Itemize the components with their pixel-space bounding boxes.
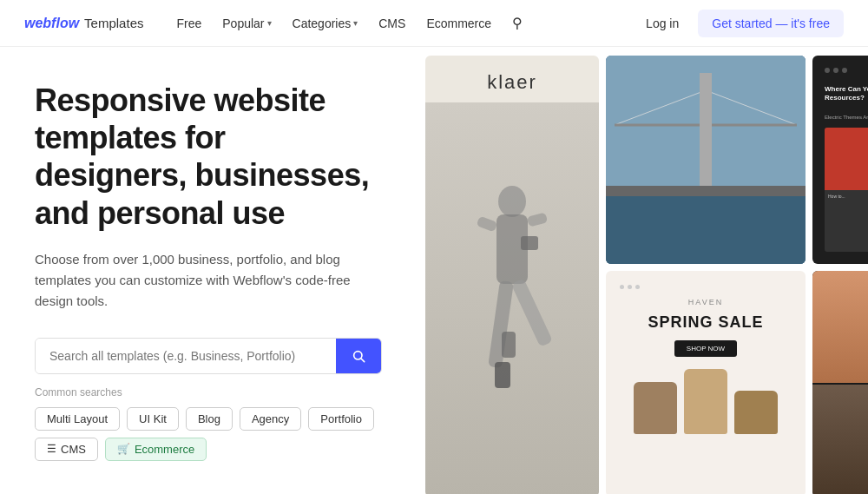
search-bar bbox=[35, 338, 382, 374]
svg-rect-9 bbox=[495, 362, 510, 388]
tag-portfolio[interactable]: Portfolio bbox=[308, 407, 374, 431]
nav-right: Log in Get started — it's free bbox=[637, 10, 844, 37]
nav-link-cms[interactable]: CMS bbox=[370, 11, 414, 36]
cms-icon: ☰ bbox=[47, 443, 56, 455]
klaer-figure bbox=[425, 102, 599, 494]
right-panel: klaer bbox=[417, 47, 868, 494]
klaer-brand-text: klaer bbox=[487, 71, 537, 94]
svg-point-2 bbox=[498, 186, 526, 217]
templates-grid: klaer bbox=[425, 56, 859, 494]
nav-link-popular-label: Popular bbox=[222, 16, 264, 30]
dot-1 bbox=[825, 68, 830, 73]
bridge-icon bbox=[606, 56, 806, 264]
haven-chairs bbox=[634, 369, 778, 434]
bridge-visual bbox=[606, 56, 806, 264]
template-card-haven[interactable]: HAVEN SPRING SALE SHOP NOW bbox=[606, 271, 806, 494]
haven-brand: HAVEN bbox=[688, 298, 723, 306]
left-panel: Responsive website templates for designe… bbox=[0, 47, 417, 494]
template-card-bridge[interactable] bbox=[606, 56, 806, 264]
nav-link-popular[interactable]: Popular ▾ bbox=[214, 11, 279, 36]
svg-rect-10 bbox=[502, 332, 516, 358]
webflow-blog-inner: Where Can You Find Free Webflow Resource… bbox=[812, 56, 868, 264]
tag-cms-label: CMS bbox=[61, 443, 86, 456]
chevron-down-icon: ▾ bbox=[353, 18, 358, 28]
dot-2 bbox=[833, 68, 838, 73]
login-button[interactable]: Log in bbox=[637, 11, 687, 36]
fashion-figure-icon bbox=[469, 167, 556, 494]
tag-multi-layout[interactable]: Multi Layout bbox=[35, 407, 120, 431]
navbar: webflow Templates Free Popular ▾ Categor… bbox=[0, 0, 868, 47]
mag-cell-1 bbox=[812, 271, 868, 383]
common-searches-label: Common searches bbox=[35, 386, 382, 398]
nav-link-categories[interactable]: Categories ▾ bbox=[284, 11, 367, 36]
chair-2 bbox=[684, 369, 727, 434]
chair-1 bbox=[634, 382, 677, 434]
nav-links: Free Popular ▾ Categories ▾ CMS Ecommerc… bbox=[168, 10, 637, 36]
search-input[interactable] bbox=[36, 339, 336, 373]
dot-3 bbox=[842, 68, 847, 73]
search-button[interactable] bbox=[336, 339, 381, 373]
chair-3 bbox=[734, 391, 778, 434]
brand[interactable]: webflow Templates bbox=[24, 16, 143, 31]
svg-rect-8 bbox=[521, 236, 538, 250]
haven-inner: HAVEN SPRING SALE SHOP NOW bbox=[606, 271, 806, 494]
magazine-inner: 37 Ways To Improve Design New Post In Yo… bbox=[812, 271, 868, 494]
tag-ecommerce-label: Ecommerce bbox=[135, 443, 194, 456]
logo-webflow: webflow bbox=[24, 16, 79, 31]
blog-col-1: How to... bbox=[825, 128, 868, 252]
search-icon[interactable]: ⚲ bbox=[503, 10, 531, 36]
webflow-blog-topbar bbox=[825, 68, 868, 73]
tag-ui-kit[interactable]: UI Kit bbox=[127, 407, 179, 431]
search-icon bbox=[352, 349, 365, 363]
nav-link-ecommerce[interactable]: Ecommerce bbox=[418, 11, 500, 36]
svg-line-1 bbox=[361, 359, 365, 362]
tag-agency[interactable]: Agency bbox=[240, 407, 301, 431]
main-content: Responsive website templates for designe… bbox=[0, 47, 868, 494]
mag-cell-3 bbox=[812, 385, 868, 494]
template-card-klaer[interactable]: klaer bbox=[425, 56, 599, 494]
svg-rect-7 bbox=[527, 212, 548, 227]
haven-dot-2 bbox=[628, 285, 632, 289]
hero-title: Responsive website templates for designe… bbox=[35, 82, 382, 232]
blog-col-1-img bbox=[825, 128, 868, 189]
template-card-magazine[interactable]: 37 Ways To Improve Design New Post In Yo… bbox=[812, 271, 868, 494]
svg-rect-5 bbox=[511, 279, 553, 347]
nav-link-free[interactable]: Free bbox=[168, 11, 210, 36]
cart-icon: 🛒 bbox=[117, 443, 130, 455]
get-started-button[interactable]: Get started — it's free bbox=[698, 10, 844, 37]
logo-templates: Templates bbox=[84, 16, 143, 30]
chevron-down-icon: ▾ bbox=[267, 18, 272, 28]
webflow-blog-title: Where Can You Find Free Webflow Resource… bbox=[825, 85, 868, 103]
nav-link-categories-label: Categories bbox=[293, 16, 352, 30]
svg-rect-13 bbox=[606, 194, 806, 264]
webflow-blog-subtitle: Electric Themes And The Chuck Norris Eff… bbox=[825, 114, 868, 121]
tag-blog[interactable]: Blog bbox=[186, 407, 233, 431]
hero-description: Choose from over 1,000 business, portfol… bbox=[35, 249, 382, 312]
template-card-webflow-blog[interactable]: Where Can You Find Free Webflow Resource… bbox=[812, 56, 868, 264]
portrait-2 bbox=[812, 385, 868, 494]
tag-cms[interactable]: ☰ CMS bbox=[35, 438, 98, 461]
haven-dot-3 bbox=[635, 285, 640, 289]
haven-dot-1 bbox=[620, 285, 624, 289]
svg-rect-17 bbox=[700, 73, 712, 186]
haven-headline: SPRING SALE bbox=[648, 313, 763, 332]
haven-cta: SHOP NOW bbox=[674, 340, 737, 357]
blog-col-1-text: How to... bbox=[825, 190, 868, 203]
tags-row: Multi Layout UI Kit Blog Agency Portfoli… bbox=[35, 407, 382, 461]
portrait-1 bbox=[812, 271, 868, 383]
haven-topbar bbox=[620, 285, 640, 289]
svg-rect-6 bbox=[477, 216, 498, 233]
svg-rect-18 bbox=[606, 186, 806, 196]
webflow-blog-cards: How to... Design tips bbox=[825, 128, 868, 252]
tag-ecommerce[interactable]: 🛒 Ecommerce bbox=[105, 438, 207, 461]
